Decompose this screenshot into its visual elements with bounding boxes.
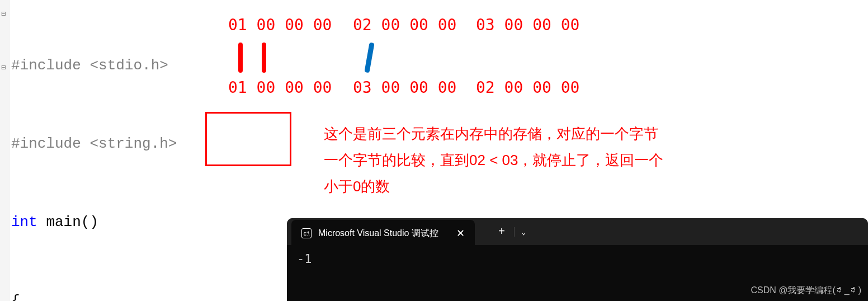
terminal-tabbar: c:\ Microsoft Visual Studio 调试控 ✕ + ⌄ [287,218,868,245]
terminal-tab[interactable]: c:\ Microsoft Visual Studio 调试控 ✕ [291,220,475,247]
memory-bytes: 03 00 00 00 [476,16,579,34]
close-icon[interactable]: ✕ [456,227,465,239]
preproc-directive: #include [11,57,89,74]
keyword-int: int [11,214,37,231]
memory-bytes: 02 00 00 00 [353,16,456,34]
annotation-line: 这个是前三个元素在内存中的存储，对应的一个字节 [324,121,663,147]
memory-bytes: 01 00 00 00 [228,16,332,34]
memory-bytes: 02 00 00 00 [476,78,579,97]
func-main: main() [37,214,98,231]
include-path: <stdio.h> [89,57,168,74]
annotation-stroke [238,43,243,73]
new-tab-button[interactable]: + [492,225,512,238]
terminal-icon: c:\ [301,228,312,238]
code-editor[interactable]: #include <stdio.h> #include <string.h> i… [0,0,334,301]
annotation-stroke [364,43,374,73]
brace-open: { [11,293,20,301]
watermark: CSDN @我要学编程(ಥ_ಥ) [751,285,861,297]
include-path: <string.h> [89,135,177,152]
annotation-line: 小于0的数 [324,173,663,200]
annotation-line: 一个字节的比较，直到02 < 03，就停止了，返回一个 [324,147,663,173]
terminal-tab-title: Microsoft Visual Studio 调试控 [318,228,438,239]
terminal-output: -1 [287,245,868,272]
annotation-stroke [262,43,266,73]
memory-bytes: 01 00 00 00 [228,78,332,97]
preproc-directive: #include [11,135,89,152]
annotation-text: 这个是前三个元素在内存中的存储，对应的一个字节 一个字节的比较，直到02 < 0… [324,121,663,199]
memory-bytes: 03 00 00 00 [353,78,456,97]
tab-dropdown-icon[interactable]: ⌄ [514,227,532,237]
